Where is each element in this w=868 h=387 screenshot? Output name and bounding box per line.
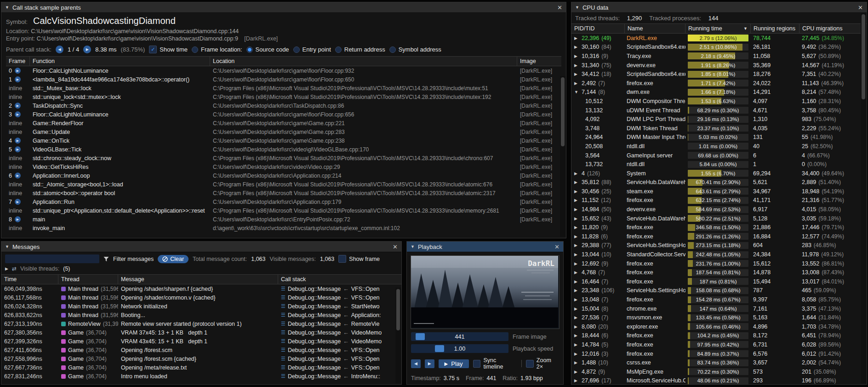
collapse-icon[interactable]: ▼ [5,5,9,10]
radio-symbol-address[interactable]: Symbol address [389,46,441,53]
frame-image-slider[interactable]: 441 [411,332,508,341]
column-header-image[interactable]: Image [517,57,561,66]
cpu-row[interactable]: ▶30,456(25)steam.exe643.61 ms (2.79%)34,… [571,187,861,196]
callstack-frame-row[interactable]: 6▶Application::InnerLoopC:\Users\wolf\De… [6,171,561,180]
message-row[interactable]: 627,399,326nsGame(36,704)VRAM 43x45: 15 … [1,337,401,346]
cpu-row[interactable]: ▶8,080(20)explorer.exe105.66 ms (0.46%)4… [571,322,861,331]
frame-jump-button[interactable]: ▶ [15,216,21,222]
message-callstack[interactable]: ☰DebugLog::Message←StartNetwo [278,302,401,311]
scrollbar-thumb[interactable] [561,77,565,146]
cpu-row[interactable]: ▶27,536(7)msvsmon.exe133.45 ms (0.58%)5,… [571,313,861,322]
message-callstack[interactable]: ☰DebugLog::Message←VFS::Open [278,355,401,363]
column-header-function[interactable]: Function [30,57,210,66]
cpu-row[interactable]: ▶18,444(6)firefox.exe104.2 ms (0.45%)8,1… [571,331,861,341]
show-time-checkbox[interactable]: ✓ Show time [149,46,188,53]
step-forward-button[interactable]: ▶ [425,359,434,368]
callstack-frame-row[interactable]: 7▶Application::RunC:\Users\wolf\Desktop\… [6,197,561,206]
callstack-frame-row[interactable]: inlinestd::_Atomic_storage<bool,1>::load… [6,180,561,189]
expand-expander-icon[interactable]: ▶ [574,171,579,176]
sc rollbar-thumb[interactable] [396,289,400,330]
expand-expander-icon[interactable]: ▶ [574,352,579,356]
column-header-message[interactable]: Message [118,275,278,284]
clear-button[interactable]: Clear [158,255,188,263]
cpu-row[interactable]: ▶15,652(43)ServiceHub.DataWarehouse580.2… [571,214,861,223]
column-header-cpu-migrations[interactable]: CPU migrations [799,24,861,33]
expand-expander-icon[interactable]: ▶ [574,270,579,275]
expand-expander-icon[interactable]: ▶ [574,342,579,347]
callstack-frame-row[interactable]: 1▶<lambda_84a19dc444fae966ca174e83e708bd… [6,75,561,84]
callstack-frame-row[interactable]: 0▶Floor::CalcLightNoLuminanceC:\Users\wo… [6,66,561,75]
expand-expander-icon[interactable]: ▶ [574,315,579,320]
cpu-row[interactable]: ▶13,044(10)StandardCollector.Service242.… [571,250,861,259]
column-header-pid-tid[interactable]: PID/TID [571,24,625,33]
sync-timeline-checkbox[interactable]: Sync timeline [473,357,517,370]
expand-expander-icon[interactable]: ▶ [574,378,579,383]
prev-parent-button[interactable]: ◀ [56,46,63,53]
shuffle-threads-icon[interactable]: ⇄ [12,266,17,272]
expand-expander-icon[interactable]: ▶ [574,243,579,248]
column-header-thread[interactable]: Thread [58,275,118,284]
expand-expander-icon[interactable]: ▶ [574,54,579,58]
frame-jump-button[interactable]: ▶ [15,76,21,82]
frame-jump-button[interactable]: ▶ [15,146,21,152]
callstack-frame-row[interactable]: inlinestd::chrono::steady_clock::nowC:\P… [6,154,561,162]
expand-expander-icon[interactable]: ▶ [574,216,579,221]
collapse-icon[interactable]: ▼ [575,5,579,10]
expand-expander-icon[interactable]: ▶ [574,306,579,311]
scrollbar[interactable] [861,13,866,383]
cpu-row[interactable]: 20,508ntdll.dll1.01 ms (0.00%)4025(62.50… [571,142,861,151]
cpu-row[interactable]: 24,964DWM Master Input Thread5.03 ms (0.… [571,133,861,142]
message-row[interactable]: 606,049,398nsMain thread(31,596)Opening … [1,284,401,293]
column-header-time[interactable]: Time [1,275,58,284]
radio-return-address[interactable]: Return address [335,46,385,53]
message-row[interactable]: 626,024,328nsMain thread(31,596)Network … [1,302,401,311]
message-callstack[interactable]: ☰DebugLog::Message←VFS::Open [278,346,401,354]
callstack-frame-row[interactable]: inlineGame::UpdateC:\Users\wolf\Desktop\… [6,127,561,136]
frame-jump-button[interactable]: ▶ [15,68,21,74]
cpu-row[interactable]: 3,564GameInput server69.68 us (0.00%)64(… [571,151,861,160]
close-icon[interactable]: ✕ [858,4,863,11]
frame-jump-button[interactable]: ▶ [15,138,21,144]
cpu-row[interactable]: ▶12,692(9)firefox.exe231.76 ms (1.00%)15… [571,259,861,268]
message-row[interactable]: 627,558,996nsGame(36,704)Opening /forest… [1,354,401,363]
expand-expander-icon[interactable]: ▶ [574,180,579,185]
expand-expander-icon[interactable]: ▶ [574,72,579,76]
expand-expander-icon[interactable]: ▶ [574,279,579,284]
playback-titlebar[interactable]: ▼ Playback ✕ [407,242,563,252]
cpu-row[interactable]: ▶11,828(6)firefox.exe291.26 ms (1.26%)16… [571,232,861,241]
scrollbar-thumb[interactable] [862,14,865,99]
expand-expander-icon[interactable]: ▶ [574,324,579,329]
radio-source-code[interactable]: Source code [246,46,289,53]
step-back-button[interactable]: ◀ [411,359,421,368]
expand-expander-icon[interactable]: ▶ [574,261,579,266]
callstack-frame-row[interactable]: 4▶Game::OnTickC:\Users\wolf\Desktop\dark… [6,136,561,145]
callstack-frame-row[interactable]: inlineinvoke_maind:\agent\_work\63\s\src… [6,224,561,232]
collapse-expander-icon[interactable]: ▼ [574,90,579,94]
callstack-frame-row[interactable]: 3▶Floor::CalcLightNoLuminanceC:\Users\wo… [6,110,561,119]
cpu-row[interactable]: ▶14,784(5)firefox.exe97.95 ms (0.42%)6,7… [571,340,861,349]
expand-expander-icon[interactable]: ▶ [574,297,579,302]
callstack-frame-row[interactable]: inlineVideo::GetTicksHiResC:\Users\wolf\… [6,162,561,171]
expand-expander-icon[interactable]: ▶ [574,234,579,239]
expand-expander-icon[interactable]: ▶ [574,207,579,212]
callstack-frame-row[interactable]: inlinestd::unique_lock<std::mutex>::lock… [6,92,561,101]
cpu-row[interactable]: ▶4,768(7)firefox.exe187.54 ms (0.81%)14,… [571,268,861,277]
filter-input[interactable] [5,254,99,263]
frame-jump-button[interactable]: ▶ [15,199,21,205]
cpu-row[interactable]: 13,132uDWM Event Thread68.29 ms (0.30%)4… [571,106,861,115]
expander-icon[interactable]: ▶ [5,266,8,271]
cpu-row[interactable]: ▶23,348(106)ServiceHub.SettingsHost158.0… [571,286,861,295]
cpu-row[interactable]: ▶13,048(7)firefox.exe154.28 ms (0.67%)9,… [571,295,861,304]
cpu-row[interactable]: ▶31,340(75)devenv.exe1.91 s (8.26%)35,36… [571,61,861,70]
collapse-icon[interactable]: ▼ [411,244,415,249]
column-header-running-regions[interactable]: Running regions [751,24,799,33]
column-header-running-time[interactable]: Running time▼ [685,24,751,33]
message-row[interactable]: 627,313,190nsRemoteView(31,392)Remote vi… [1,319,401,328]
cpu-row[interactable]: ▶30,160(84)ScriptedSandbox64.exe2.51 s (… [571,43,861,52]
cpu-row[interactable]: ▶34,412(18)ScriptedSandbox64.exe1.85 s (… [571,69,861,79]
radio-entry-point[interactable]: Entry point [293,46,331,53]
cpu-row[interactable]: ▶11,820(9)firefox.exe346.58 ms (1.50%)21… [571,223,861,232]
scrollbar[interactable] [395,288,401,383]
message-callstack[interactable]: ☰DebugLog::Message←VFS::Open [278,364,401,372]
expand-expander-icon[interactable]: ▶ [574,36,579,40]
